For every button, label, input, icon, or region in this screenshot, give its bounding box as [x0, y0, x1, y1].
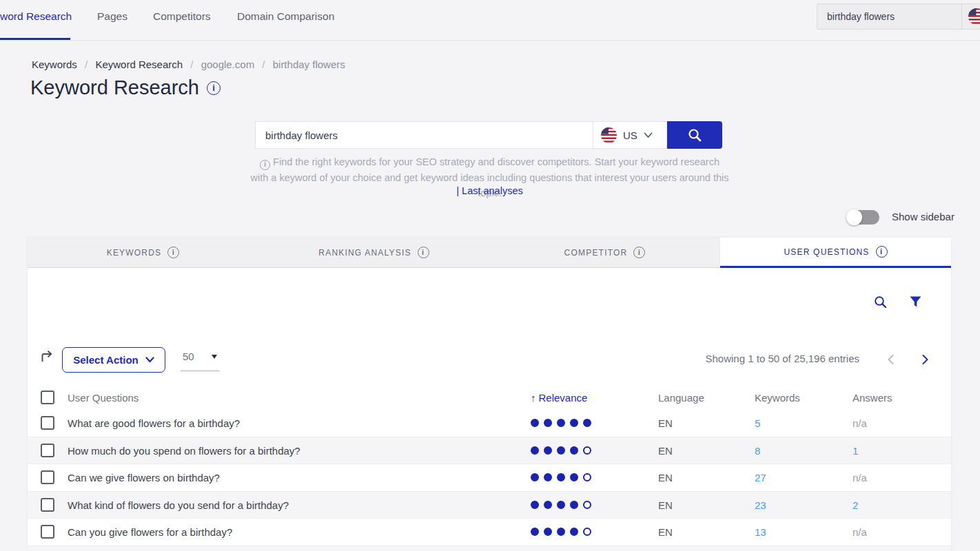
relevance-dot-filled — [544, 419, 552, 427]
export-arrow-icon — [39, 349, 54, 364]
row-language: EN — [658, 417, 673, 429]
us-flag-icon — [601, 127, 617, 143]
row-keywords-link[interactable]: 5 — [755, 417, 760, 429]
nav-item-keyword-research[interactable]: word Research — [0, 10, 72, 23]
relevance-dots — [531, 501, 591, 509]
country-dropdown[interactable]: US — [593, 121, 667, 149]
row-checkbox[interactable] — [41, 498, 54, 512]
tab-user-questions[interactable]: USER QUESTIONS i — [720, 238, 951, 268]
row-checkbox[interactable] — [41, 470, 54, 484]
global-search-input[interactable] — [817, 11, 952, 22]
page-title: Keyword Research i — [30, 76, 221, 99]
pagination-prev-button[interactable] — [882, 351, 899, 368]
row-language: EN — [658, 499, 673, 510]
column-language: Language — [658, 391, 704, 403]
row-language: EN — [658, 526, 673, 538]
relevance-dot-filled — [531, 501, 539, 509]
row-checkbox[interactable] — [41, 416, 54, 430]
relevance-dot-filled — [570, 528, 578, 536]
relevance-dot-empty — [583, 528, 591, 536]
show-sidebar-toggle[interactable] — [847, 210, 879, 225]
relevance-dots — [531, 419, 591, 427]
show-sidebar-label: Show sidebar — [892, 211, 955, 222]
relevance-dots — [531, 446, 591, 455]
relevance-dot-filled — [531, 446, 539, 455]
tab-label: KEYWORDS — [107, 248, 162, 258]
sort-ascending-icon: ↑ — [531, 391, 536, 403]
country-code-label: US — [623, 129, 637, 141]
relevance-dot-filled — [557, 528, 565, 536]
pagination-next-button[interactable] — [917, 351, 933, 368]
breadcrumb-keywords[interactable]: Keywords — [32, 59, 77, 70]
tab-ranking-analysis[interactable]: RANKING ANALYSIS i — [258, 238, 489, 268]
relevance-dot-filled — [531, 473, 539, 481]
breadcrumb-domain[interactable]: google.com — [201, 59, 255, 70]
row-keywords-link[interactable]: 13 — [755, 526, 766, 538]
table-header: User Questions ↑ Relevance Language Keyw… — [28, 384, 951, 410]
tab-info-icon[interactable]: i — [167, 247, 179, 258]
keyword-search-input[interactable] — [255, 121, 593, 149]
relevance-dot-filled — [570, 501, 578, 509]
nav-item-domain-comparison[interactable]: Domain Comparison — [237, 10, 334, 23]
breadcrumb-keyword-research[interactable]: Keyword Research — [95, 59, 183, 70]
column-relevance-label: Relevance — [539, 391, 588, 403]
info-icon: i — [260, 160, 270, 170]
search-icon — [873, 295, 888, 309]
keyword-research-page: word Research Pages Competitors Domain C… — [0, 0, 980, 551]
filter-funnel-icon — [909, 295, 922, 309]
row-question: How much do you spend on flowers for a b… — [68, 444, 300, 456]
tab-competitor[interactable]: COMPETITOR i — [489, 238, 720, 268]
relevance-dot-empty — [583, 473, 591, 481]
row-answers[interactable]: 2 — [853, 499, 858, 510]
row-answers[interactable]: 1 — [853, 444, 858, 456]
us-flag-icon — [968, 8, 980, 25]
row-question: What are good flowers for a birthday? — [68, 417, 240, 429]
page-title-text: Keyword Research — [30, 76, 199, 99]
tab-keywords[interactable]: KEYWORDS i — [28, 238, 258, 268]
relevance-dot-filled — [557, 473, 565, 481]
row-checkbox[interactable] — [41, 444, 54, 457]
chevron-down-icon — [644, 132, 653, 138]
relevance-dot-filled — [531, 419, 539, 427]
relevance-dot-empty — [583, 446, 591, 455]
breadcrumb: Keywords / Keyword Research / google.com… — [32, 59, 345, 70]
breadcrumb-separator: / — [190, 59, 193, 70]
chevron-left-icon — [886, 354, 895, 365]
title-info-icon[interactable]: i — [207, 81, 221, 95]
relevance-dot-filled — [570, 446, 578, 455]
keyword-search-button[interactable] — [667, 121, 722, 149]
tab-info-icon[interactable]: i — [418, 247, 429, 258]
page-size-select[interactable]: 50 — [181, 349, 219, 371]
relevance-dot-filled — [557, 501, 565, 509]
export-button[interactable] — [39, 349, 56, 365]
row-question: Can you give flowers for a birthday? — [68, 526, 232, 538]
relevance-dots — [531, 473, 591, 481]
row-keywords-link[interactable]: 27 — [755, 472, 766, 484]
global-country-selector[interactable] — [962, 8, 980, 25]
nav-item-pages[interactable]: Pages — [97, 10, 127, 23]
tab-info-icon[interactable]: i — [633, 247, 645, 258]
tab-info-icon[interactable]: i — [876, 246, 888, 258]
column-relevance[interactable]: ↑ Relevance — [531, 391, 587, 403]
row-keywords-link[interactable]: 23 — [755, 499, 766, 510]
column-answers: Answers — [853, 391, 892, 403]
select-action-dropdown[interactable]: Select Action — [62, 347, 165, 373]
relevance-dot-filled — [570, 473, 578, 481]
table-row: What are good flowers for a birthday? EN… — [28, 410, 951, 437]
nav-item-competitors[interactable]: Competitors — [153, 10, 211, 23]
row-answers: n/a — [853, 472, 867, 484]
table-search-button[interactable] — [872, 293, 888, 310]
global-search-box — [817, 3, 980, 30]
table-row: How much do you spend on flowers for a b… — [28, 437, 951, 465]
row-keywords-link[interactable]: 8 — [755, 444, 760, 456]
row-language: EN — [658, 472, 673, 484]
select-all-checkbox[interactable] — [41, 391, 54, 404]
table-filter-button[interactable] — [907, 293, 923, 310]
relevance-dot-filled — [544, 473, 552, 481]
row-checkbox[interactable] — [41, 525, 54, 539]
relevance-dot-filled — [583, 419, 591, 427]
row-question: Can we give flowers on birthday? — [68, 472, 220, 484]
breadcrumb-current-keyword: birthday flowers — [273, 59, 345, 70]
last-analyses-link[interactable]: | Last analyses — [250, 185, 729, 196]
table-row: Can you give flowers for a birthday? EN … — [28, 519, 951, 546]
